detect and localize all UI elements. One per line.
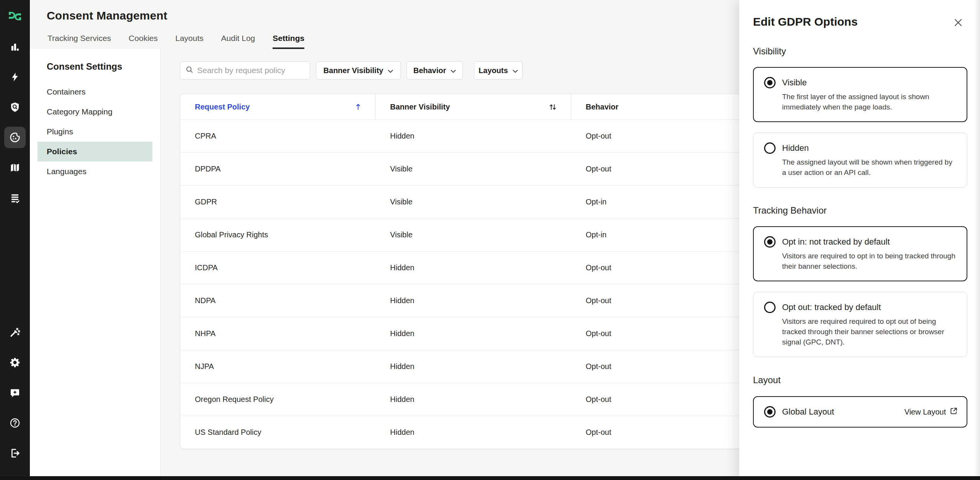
settings-nav-button[interactable] [4, 352, 26, 373]
help-nav-button[interactable] [4, 412, 26, 434]
table-controls: Banner Visibility Behavior Layouts [180, 61, 523, 80]
cell-visibility: Hidden [376, 251, 571, 284]
search-icon [186, 66, 193, 75]
tab-layouts[interactable]: Layouts [175, 34, 204, 49]
cell-policy: US Standard Policy [180, 416, 376, 449]
filter-layouts[interactable]: Layouts [474, 61, 523, 80]
filter-label: Banner Visibility [323, 66, 383, 75]
view-layout-link[interactable]: View Layout [904, 407, 958, 417]
option-card-opt-in[interactable]: Opt in: not tracked by default Visitors … [753, 226, 967, 281]
table-row[interactable]: CPRA Hidden Opt-out [180, 119, 777, 152]
filter-behavior[interactable]: Behavior [407, 61, 463, 80]
column-label: Banner Visibility [390, 103, 450, 111]
automation-nav-button[interactable] [4, 322, 26, 343]
cell-visibility: Hidden [376, 416, 571, 449]
column-header-request-policy[interactable]: Request Policy [180, 94, 376, 119]
option-label: Opt out: tracked by default [782, 302, 881, 312]
table-row[interactable]: NHPA Hidden Opt-out [180, 317, 777, 350]
filter-banner-visibility[interactable]: Banner Visibility [316, 61, 401, 80]
cell-visibility: Hidden [376, 350, 571, 383]
magic-wand-icon [10, 327, 20, 338]
request-policy-table: Request Policy Banner Visibility Behavio… [180, 94, 777, 449]
option-label: Visible [782, 78, 807, 88]
column-header-banner-visibility[interactable]: Banner Visibility [376, 94, 571, 119]
radio-unchecked-icon[interactable] [764, 142, 776, 154]
cell-policy: NHPA [180, 317, 376, 350]
radio-checked-icon[interactable] [764, 406, 776, 418]
tab-bar: Tracking Services Cookies Layouts Audit … [47, 34, 304, 49]
sidebar-item-plugins[interactable]: Plugins [30, 122, 160, 142]
section-heading-tracking-behavior: Tracking Behavior [753, 205, 967, 216]
table-row[interactable]: Global Privacy Rights Visible Opt-in [180, 218, 777, 251]
feedback-nav-button[interactable] [4, 382, 26, 403]
search-box[interactable] [180, 61, 310, 80]
chevron-down-icon [513, 66, 518, 75]
sort-ascending-icon[interactable] [356, 103, 361, 110]
option-card-opt-out[interactable]: Opt out: tracked by default Visitors are… [753, 292, 967, 357]
section-heading-visibility: Visibility [753, 46, 967, 57]
table-row[interactable]: DPDPA Visible Opt-out [180, 152, 777, 185]
search-input[interactable] [197, 66, 304, 75]
filter-label: Layouts [479, 66, 508, 75]
sidebar-heading: Consent Settings [47, 61, 160, 72]
option-label: Global Layout [782, 407, 834, 417]
lightning-icon [10, 72, 20, 82]
drawer-title: Edit GDPR Options [753, 15, 967, 28]
option-card-global-layout[interactable]: Global Layout View Layout [753, 396, 967, 428]
edit-gdpr-options-drawer: Edit GDPR Options Visibility Visible The… [739, 0, 980, 480]
table-row[interactable]: GDPR Visible Opt-in [180, 185, 777, 218]
sidebar-item-containers[interactable]: Containers [30, 82, 160, 102]
analytics-nav-button[interactable] [4, 36, 26, 57]
table-row[interactable]: US Standard Policy Hidden Opt-out [180, 416, 777, 449]
sidebar-item-category-mapping[interactable]: Category Mapping [30, 102, 160, 122]
chevron-down-icon [451, 66, 456, 75]
sidebar-item-policies[interactable]: Policies [38, 142, 152, 162]
option-card-hidden[interactable]: Hidden The assigned layout will be shown… [753, 132, 967, 188]
cell-visibility: Hidden [376, 383, 571, 416]
view-layout-label: View Layout [904, 408, 946, 416]
cell-visibility: Hidden [376, 317, 571, 350]
consent-management-screen: Consent Management Tracking Services Coo… [0, 0, 980, 480]
sidebar-item-languages[interactable]: Languages [30, 162, 160, 181]
help-icon [10, 418, 20, 428]
activity-nav-button[interactable] [4, 66, 26, 88]
drawer-scrollbar[interactable] [974, 0, 980, 480]
cell-policy: GDPR [180, 186, 376, 218]
external-link-icon [950, 407, 958, 417]
tab-tracking-services[interactable]: Tracking Services [47, 34, 111, 49]
consent-nav-button[interactable] [4, 127, 26, 148]
shield-search-icon [10, 102, 20, 113]
policy-list-nav-button[interactable] [4, 187, 26, 209]
table-row[interactable]: Oregon Request Policy Hidden Opt-out [180, 383, 777, 416]
tab-cookies[interactable]: Cookies [129, 34, 158, 49]
table-row[interactable]: ICDPA Hidden Opt-out [180, 251, 777, 284]
logout-button[interactable] [4, 442, 26, 464]
chevron-down-icon [388, 66, 393, 75]
radio-unchecked-icon[interactable] [764, 302, 776, 313]
cookie-icon [9, 132, 21, 143]
gear-icon [9, 357, 21, 368]
radio-checked-icon[interactable] [764, 236, 776, 248]
tab-audit-log[interactable]: Audit Log [221, 34, 255, 49]
privacy-monitoring-nav-button[interactable] [4, 96, 26, 118]
table-row[interactable]: NDPA Hidden Opt-out [180, 284, 777, 317]
close-icon[interactable] [952, 17, 964, 28]
cell-policy: CPRA [180, 120, 376, 152]
bar-chart-icon [10, 41, 20, 52]
cell-visibility: Hidden [376, 120, 571, 152]
radio-checked-icon[interactable] [764, 77, 776, 88]
map-nav-button[interactable] [4, 157, 26, 178]
table-row[interactable]: NJPA Hidden Opt-out [180, 350, 777, 383]
tab-settings[interactable]: Settings [273, 34, 304, 49]
cell-visibility: Visible [376, 153, 571, 185]
cell-policy: DPDPA [180, 153, 376, 185]
map-icon [10, 162, 20, 173]
cell-policy: Global Privacy Rights [180, 219, 376, 251]
feedback-sparkle-icon [10, 387, 20, 398]
option-description: The assigned layout will be shown when t… [782, 157, 958, 178]
sort-both-icon[interactable] [549, 104, 556, 110]
option-card-visible[interactable]: Visible The first layer of the assigned … [753, 67, 967, 122]
option-description: Visitors are required to opt in to being… [782, 251, 958, 271]
cell-policy: NJPA [180, 350, 376, 383]
datagrail-logo-icon[interactable] [7, 8, 23, 24]
